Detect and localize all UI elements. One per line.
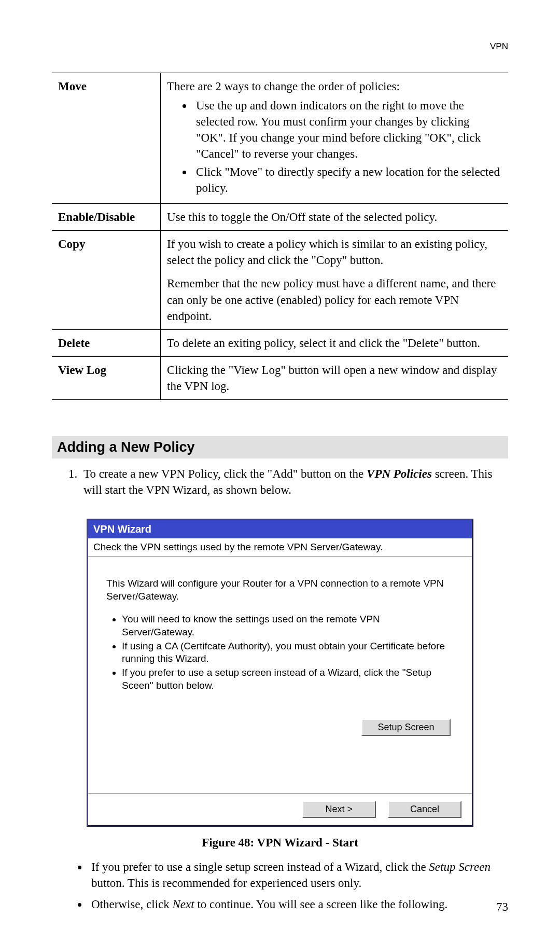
page: VPN Move There are 2 ways to change the … [0, 0, 560, 945]
policy-actions-table: Move There are 2 ways to change the orde… [52, 73, 508, 400]
page-content: Move There are 2 ways to change the orde… [52, 73, 508, 912]
after-b2-pre: Otherwise, click [91, 898, 172, 911]
after-b2-em: Next [172, 898, 194, 911]
wizard-title: VPN Wizard [88, 520, 472, 538]
copy-p2: Remember that the new policy must have a… [167, 275, 502, 324]
wizard-setup-row: Setup Screen [106, 693, 454, 783]
row-desc-copy: If you wish to create a policy which is … [161, 231, 509, 329]
figure-caption: Figure 48: VPN Wizard - Start [87, 836, 473, 850]
row-desc-move: There are 2 ways to change the order of … [161, 73, 509, 204]
next-button[interactable]: Next > [302, 801, 376, 818]
row-label-move: Move [52, 73, 161, 204]
row-label-viewlog: View Log [52, 356, 161, 399]
step1-emph: VPN Policies [367, 467, 432, 480]
after-figure-bullets: If you prefer to use a single setup scre… [52, 859, 508, 912]
copy-p1: If you wish to create a policy which is … [167, 236, 502, 268]
row-desc-delete: To delete an exiting policy, select it a… [161, 329, 509, 356]
row-label-delete: Delete [52, 329, 161, 356]
after-b1-em: Setup Screen [429, 860, 491, 873]
wizard-bullet-1: You will need to know the settings used … [122, 613, 454, 638]
steps-list: To create a new VPN Policy, click the "A… [52, 466, 508, 498]
row-label-copy: Copy [52, 231, 161, 329]
after-bullet-2: Otherwise, click Next to continue. You w… [88, 896, 508, 912]
after-b1-post: button. This is recommended for experien… [91, 877, 361, 890]
setup-screen-button[interactable]: Setup Screen [361, 719, 451, 736]
table-row: Delete To delete an exiting policy, sele… [52, 329, 508, 356]
row-label-enable: Enable/Disable [52, 204, 161, 231]
table-row: Enable/Disable Use this to toggle the On… [52, 204, 508, 231]
table-row: Move There are 2 ways to change the orde… [52, 73, 508, 204]
wizard-bullets: You will need to know the settings used … [122, 613, 454, 692]
after-b1-pre: If you prefer to use a single setup scre… [91, 860, 429, 873]
row-desc-enable: Use this to toggle the On/Off state of t… [161, 204, 509, 231]
wizard-bullet-3: If you prefer to use a setup screen inst… [122, 666, 454, 692]
wizard-figure: VPN Wizard Check the VPN settings used b… [87, 519, 473, 850]
after-b2-post: to continue. You will see a screen like … [194, 898, 448, 911]
step1-pre: To create a new VPN Policy, click the "A… [83, 467, 367, 480]
wizard-subtitle: Check the VPN settings used by the remot… [88, 538, 472, 557]
section-heading: Adding a New Policy [52, 436, 508, 458]
cancel-button[interactable]: Cancel [388, 801, 461, 818]
after-bullet-1: If you prefer to use a single setup scre… [88, 859, 508, 891]
table-row: View Log Clicking the "View Log" button … [52, 356, 508, 399]
wizard-body: This Wizard will configure your Router f… [88, 557, 472, 794]
wizard-intro: This Wizard will configure your Router f… [106, 577, 454, 603]
move-bullets: Use the up and down indicators on the ri… [167, 98, 502, 196]
wizard-footer: Next > Cancel [88, 794, 472, 825]
table-row: Copy If you wish to create a policy whic… [52, 231, 508, 329]
page-number: 73 [496, 900, 508, 914]
step-1: To create a new VPN Policy, click the "A… [80, 466, 508, 498]
move-bullet-2: Click "Move" to directly specify a new l… [193, 164, 502, 196]
move-intro: There are 2 ways to change the order of … [167, 78, 502, 94]
vpn-wizard-dialog: VPN Wizard Check the VPN settings used b… [87, 519, 473, 827]
row-desc-viewlog: Clicking the "View Log" button will open… [161, 356, 509, 399]
header-section-label: VPN [490, 41, 508, 52]
wizard-bullet-2: If using a CA (Certifcate Authority), yo… [122, 640, 454, 665]
move-bullet-1: Use the up and down indicators on the ri… [193, 98, 502, 162]
